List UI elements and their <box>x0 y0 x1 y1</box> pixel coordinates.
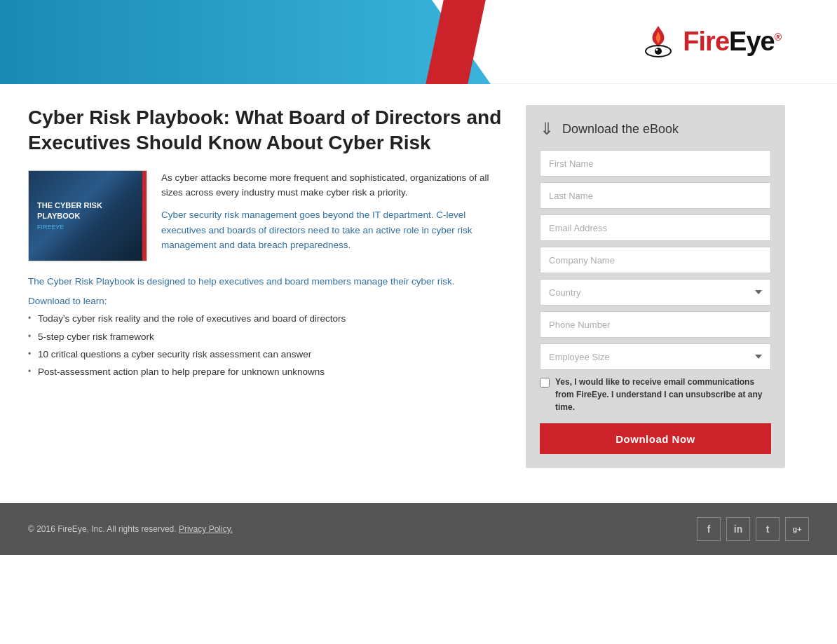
footer-copyright: © 2016 FireEye, Inc. All rights reserved… <box>28 524 233 534</box>
footer: © 2016 FireEye, Inc. All rights reserved… <box>0 503 837 555</box>
header: FireEye® <box>0 0 837 84</box>
googleplus-icon[interactable]: g+ <box>785 517 809 541</box>
facebook-icon[interactable]: f <box>697 517 721 541</box>
logo-text: FireEye® <box>683 27 781 57</box>
paragraph3: The Cyber Risk Playbook is designed to h… <box>28 274 505 289</box>
book-cover: THE CYBER RISK PLAYBOOK FireEye <box>28 170 147 261</box>
header-blue-bar <box>0 0 491 84</box>
right-panel-form: ⇓ Download the eBook Country United Stat… <box>526 105 785 468</box>
email-input[interactable] <box>540 214 771 241</box>
form-title: Download the eBook <box>562 122 679 137</box>
email-consent-checkbox[interactable] <box>540 378 550 388</box>
paragraph1: As cyber attacks become more frequent an… <box>161 170 505 200</box>
twitter-icon[interactable]: t <box>756 517 780 541</box>
left-panel: Cyber Risk Playbook: What Board of Direc… <box>28 105 505 468</box>
list-item: 5-step cyber risk framework <box>28 330 505 344</box>
svg-point-1 <box>655 48 662 55</box>
book-cover-title: THE CYBER RISK PLAYBOOK <box>37 200 138 221</box>
main-content: Cyber Risk Playbook: What Board of Direc… <box>0 84 837 496</box>
download-icon: ⇓ <box>540 119 554 139</box>
checkbox-label[interactable]: Yes, I would like to receive email commu… <box>555 376 771 413</box>
list-item: Today's cyber risk reality and the role … <box>28 312 505 326</box>
company-name-input[interactable] <box>540 247 771 273</box>
first-name-input[interactable] <box>540 150 771 177</box>
book-section: THE CYBER RISK PLAYBOOK FireEye As cyber… <box>28 170 505 261</box>
list-item: Post-assessment action plan to help prep… <box>28 365 505 379</box>
employee-size-select[interactable]: Employee Size 1-50 51-200 201-500 501-10… <box>540 343 771 370</box>
logo-area: FireEye® <box>641 25 781 60</box>
book-cover-subtitle: FireEye <box>37 224 64 231</box>
last-name-input[interactable] <box>540 182 771 209</box>
fireeye-logo-icon <box>641 25 676 60</box>
svg-point-2 <box>656 48 658 50</box>
form-header: ⇓ Download the eBook <box>540 119 771 139</box>
list-item: 10 critical questions a cyber security r… <box>28 348 505 362</box>
paragraph2-partial: Cyber security risk management goes beyo… <box>161 207 505 253</box>
download-now-button[interactable]: Download Now <box>540 423 771 454</box>
country-select[interactable]: Country United States United Kingdom Can… <box>540 279 771 306</box>
book-cover-bar <box>142 171 147 261</box>
description-text: As cyber attacks become more frequent an… <box>161 170 505 261</box>
download-learn: Download to learn: <box>28 296 505 306</box>
page-title: Cyber Risk Playbook: What Board of Direc… <box>28 105 505 156</box>
privacy-policy-link[interactable]: Privacy Policy. <box>179 524 233 534</box>
phone-input[interactable] <box>540 311 771 338</box>
linkedin-icon[interactable]: in <box>726 517 750 541</box>
bullet-list: Today's cyber risk reality and the role … <box>28 312 505 379</box>
checkbox-area: Yes, I would like to receive email commu… <box>540 376 771 413</box>
social-icons: f in t g+ <box>697 517 809 541</box>
